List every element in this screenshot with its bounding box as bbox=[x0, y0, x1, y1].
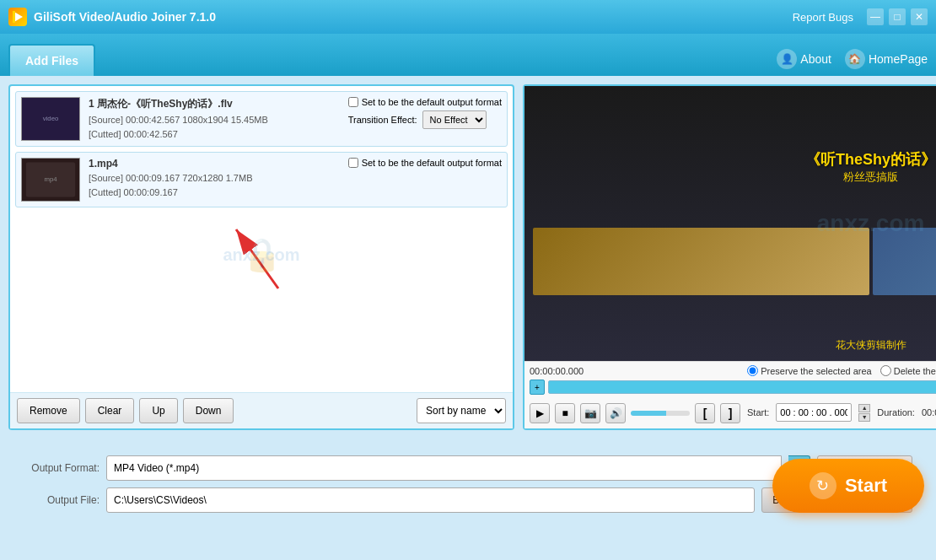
bracket-start-button[interactable]: [ bbox=[695, 403, 715, 423]
file-name-2: 1.mp4 bbox=[89, 158, 340, 170]
duration-value: 00:00:42.567 bbox=[922, 407, 936, 417]
report-bugs-link[interactable]: Report Bugs bbox=[793, 11, 853, 24]
file-label: Output File: bbox=[24, 494, 100, 506]
delete-label: Delete the selected area bbox=[894, 366, 936, 376]
file-thumb-2: mp4 bbox=[21, 158, 80, 202]
title-right: Report Bugs — □ ✕ bbox=[793, 8, 928, 25]
preview-title-group: 《听TheShy的话》 粉丝恶搞版 bbox=[805, 149, 936, 185]
about-link[interactable]: 👤 About bbox=[777, 49, 831, 69]
nav-links: 👤 About 🏠 HomePage bbox=[777, 49, 928, 76]
start-time-input[interactable] bbox=[776, 403, 852, 422]
svg-text:video: video bbox=[43, 115, 59, 122]
file-cutted-2: [Cutted] 00:00:09.167 bbox=[89, 186, 340, 200]
delete-radio[interactable] bbox=[880, 365, 891, 376]
main-content: video 1 周杰伦-《听TheShy的话》.flv [Source] 00:… bbox=[0, 76, 936, 439]
add-files-button[interactable]: Add Files bbox=[8, 44, 95, 76]
remove-button[interactable]: Remove bbox=[17, 398, 80, 423]
volume-button[interactable]: 🔊 bbox=[605, 403, 626, 423]
preview-panel: 水印破解版 | 破解版 《听TheShy的话》 粉丝恶搞版 花大侠剪辑制作 an… bbox=[523, 84, 936, 430]
bracket-end-button[interactable]: ] bbox=[720, 403, 740, 423]
format-input[interactable] bbox=[106, 455, 782, 481]
file-info-2: 1.mp4 [Source] 00:00:09.167 720x1280 1.7… bbox=[89, 158, 340, 199]
up-button[interactable]: Up bbox=[139, 398, 177, 423]
file-list: video 1 周杰伦-《听TheShy的话》.flv [Source] 00:… bbox=[10, 86, 513, 392]
file-options-1: Set to be the default output format Tran… bbox=[348, 97, 502, 129]
restore-button[interactable]: □ bbox=[889, 8, 906, 25]
time-display-row: 00:00:00.000 Preserve the selected area … bbox=[530, 365, 936, 376]
timeline-track[interactable] bbox=[548, 380, 936, 394]
preview-subtitle: 粉丝恶搞版 bbox=[805, 170, 936, 185]
file-item-2[interactable]: mp4 1.mp4 [Source] 00:00:09.167 720x1280… bbox=[15, 152, 508, 207]
time-left: 00:00:00.000 bbox=[530, 366, 584, 376]
svg-rect-1 bbox=[13, 11, 15, 23]
snapshot-button[interactable]: 📷 bbox=[580, 403, 600, 423]
app-icon bbox=[8, 8, 27, 26]
timeline-zoom-in-icon[interactable]: + bbox=[530, 380, 545, 395]
preserve-radio[interactable] bbox=[747, 365, 758, 376]
format-checkbox-2[interactable] bbox=[348, 158, 358, 168]
file-source-1: [Source] 00:00:42.567 1080x1904 15.45MB bbox=[89, 113, 340, 127]
app-title: GiliSoft Video/Audio Joiner 7.1.0 bbox=[34, 10, 216, 24]
file-thumb-1: video bbox=[21, 97, 80, 141]
down-button[interactable]: Down bbox=[183, 398, 234, 423]
start-time-down[interactable]: ▼ bbox=[858, 413, 870, 422]
preview-img-right bbox=[873, 228, 936, 295]
bottom-container: Output Format: ▼ Output Settings Output … bbox=[0, 439, 936, 526]
format-label: Output Format: bbox=[24, 462, 100, 474]
svg-text:mp4: mp4 bbox=[44, 175, 57, 183]
sort-select[interactable]: Sort by name Sort by date Sort by size bbox=[417, 398, 506, 423]
delete-radio-item: Delete the selected area bbox=[880, 365, 936, 376]
start-area: ↻ Start bbox=[772, 459, 924, 513]
timeline-controls: 00:00:00.000 Preserve the selected area … bbox=[524, 361, 936, 428]
stop-button[interactable]: ■ bbox=[555, 403, 575, 423]
title-left: GiliSoft Video/Audio Joiner 7.1.0 bbox=[8, 8, 216, 26]
file-item-1[interactable]: video 1 周杰伦-《听TheShy的话》.flv [Source] 00:… bbox=[15, 91, 508, 147]
thumb-image-1: video bbox=[22, 98, 79, 140]
file-options-2: Set to be the default output format bbox=[348, 158, 502, 168]
start-icon: ↻ bbox=[810, 472, 836, 499]
format-checkbox-1[interactable] bbox=[348, 97, 358, 107]
file-cutted-1: [Cutted] 00:00:42.567 bbox=[89, 127, 340, 142]
format-check-row-1: Set to be the default output format bbox=[348, 97, 502, 107]
thumb-image-2: mp4 bbox=[22, 159, 79, 201]
format-check-label-1: Set to be the default output format bbox=[362, 97, 502, 107]
start-time-spinner: ▲ ▼ bbox=[858, 404, 870, 422]
radio-group: Preserve the selected area Delete the se… bbox=[747, 365, 936, 376]
preserve-radio-item: Preserve the selected area bbox=[747, 365, 871, 376]
file-list-panel: video 1 周杰伦-《听TheShy的话》.flv [Source] 00:… bbox=[8, 84, 514, 430]
timeline-selected-range bbox=[549, 381, 936, 393]
preview-middle bbox=[533, 228, 936, 295]
file-path-input[interactable] bbox=[106, 487, 755, 513]
homepage-link[interactable]: 🏠 HomePage bbox=[845, 49, 928, 69]
title-bar: GiliSoft Video/Audio Joiner 7.1.0 Report… bbox=[0, 0, 936, 34]
playback-controls: ▶ ■ 📷 🔊 [ ] bbox=[530, 400, 740, 425]
transition-select[interactable]: No Effect Fade Dissolve bbox=[422, 110, 487, 129]
nav-bar: Add Files 👤 About 🏠 HomePage bbox=[0, 34, 936, 76]
duration-label: Duration: bbox=[877, 407, 915, 417]
preview-area: 水印破解版 | 破解版 《听TheShy的话》 粉丝恶搞版 花大侠剪辑制作 an… bbox=[524, 86, 936, 361]
timeline-bar: + − bbox=[530, 380, 936, 395]
preview-bottom-text: 花大侠剪辑制作 bbox=[836, 338, 906, 353]
transition-label: Transition Effect: bbox=[348, 115, 417, 125]
clear-button[interactable]: Clear bbox=[85, 398, 135, 423]
preview-video: 水印破解版 | 破解版 《听TheShy的话》 粉丝恶搞版 花大侠剪辑制作 bbox=[524, 86, 936, 361]
volume-slider[interactable] bbox=[631, 411, 690, 416]
minimize-button[interactable]: — bbox=[867, 8, 884, 25]
play-button[interactable]: ▶ bbox=[530, 403, 550, 423]
preview-title: 《听TheShy的话》 bbox=[805, 149, 936, 170]
about-icon: 👤 bbox=[777, 49, 797, 69]
start-time-up[interactable]: ▲ bbox=[858, 404, 870, 412]
close-button[interactable]: ✕ bbox=[911, 8, 928, 25]
file-info-1: 1 周杰伦-《听TheShy的话》.flv [Source] 00:00:42.… bbox=[89, 97, 340, 141]
window-controls: — □ ✕ bbox=[867, 8, 928, 25]
start-label: Start: bbox=[747, 407, 769, 417]
format-check-row-2: Set to be the default output format bbox=[348, 158, 502, 168]
start-button[interactable]: ↻ Start bbox=[772, 459, 924, 513]
list-controls: Remove Clear Up Down Sort by name Sort b… bbox=[10, 392, 513, 428]
preview-img-left bbox=[533, 228, 869, 295]
time-inputs-row: ▶ ■ 📷 🔊 [ ] Start: ▲ ▼ Duration: 00:00:4… bbox=[530, 400, 936, 425]
start-label: Start bbox=[845, 475, 887, 497]
preserve-label: Preserve the selected area bbox=[761, 366, 871, 376]
transition-row: Transition Effect: No Effect Fade Dissol… bbox=[348, 110, 487, 129]
file-source-2: [Source] 00:00:09.167 720x1280 1.7MB bbox=[89, 171, 340, 186]
